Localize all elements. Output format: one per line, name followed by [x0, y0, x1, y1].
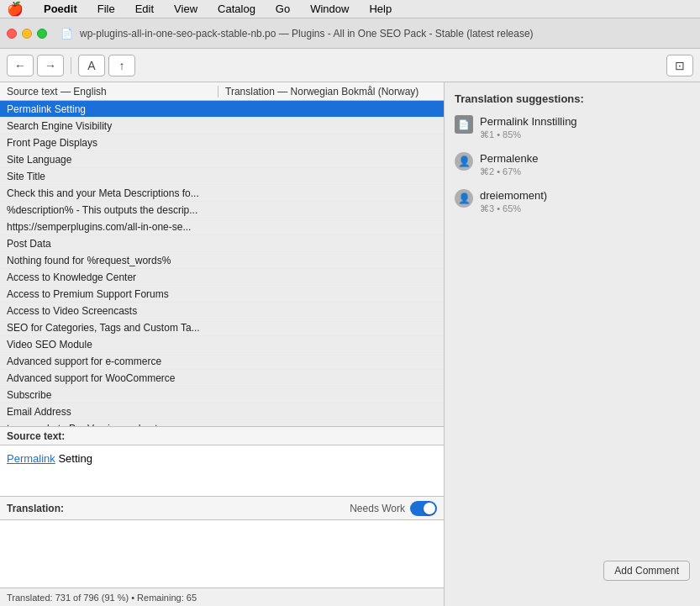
suggestion-meta: ⌘3 • 65% — [480, 203, 547, 214]
menu-edit[interactable]: Edit — [132, 3, 157, 15]
list-item[interactable]: Video SEO Module — [0, 336, 444, 353]
toolbar: ← → A ↑ ⊡ — [0, 49, 700, 82]
menu-catalog[interactable]: Catalog — [214, 3, 259, 15]
expand-icon: ⊡ — [675, 59, 685, 72]
list-item[interactable]: %description% - This outputs the descrip… — [0, 202, 444, 219]
menu-view[interactable]: View — [171, 3, 201, 15]
suggestion-item-1[interactable]: 📄Permalink Innstilling⌘1 • 85% — [455, 115, 690, 140]
source-panel: Source text: Permalink Setting — [0, 426, 444, 496]
list-item[interactable]: Subscribe — [0, 387, 444, 403]
upload-icon: ↑ — [119, 59, 125, 72]
upload-button[interactable]: ↑ — [108, 55, 135, 76]
translation-label: Translation: — [7, 503, 64, 514]
menu-go[interactable]: Go — [272, 3, 293, 15]
list-item[interactable]: https://semperplugins.com/all-in-one-se.… — [0, 219, 444, 235]
source-panel-header: Source text: — [0, 427, 444, 445]
traffic-lights — [7, 29, 47, 39]
list-item[interactable]: Email Address — [0, 403, 444, 420]
main-content: Source text — English Translation — Norw… — [0, 82, 700, 606]
list-item[interactable]: Post Data — [0, 235, 444, 252]
translation-header: Translation: Needs Work — [0, 497, 444, 520]
source-column-header: Source text — English — [0, 86, 218, 97]
suggestion-item-3[interactable]: 👤dreiemoment)⌘3 • 65% — [455, 189, 690, 214]
list-item[interactable]: Access to Video Screencasts — [0, 303, 444, 319]
titlebar: 📄 wp-plugins-all-in-one-seo-pack-stable-… — [0, 18, 700, 49]
back-button[interactable]: ← — [7, 55, 34, 76]
zoom-button[interactable] — [37, 29, 47, 39]
suggestions-title: Translation suggestions: — [455, 92, 690, 105]
list-item[interactable]: Search Engine Visibility — [0, 118, 444, 134]
forward-icon: → — [45, 59, 56, 72]
list-item[interactable]: Access to Knowledge Center — [0, 269, 444, 286]
suggestion-text: dreiemoment) — [480, 189, 547, 202]
add-comment-button[interactable]: Add Comment — [603, 561, 690, 581]
list-item[interactable]: Permalink Setting — [0, 101, 444, 118]
menu-poedit[interactable]: Poedit — [40, 3, 81, 15]
suggestion-meta: ⌘2 • 67% — [480, 166, 538, 177]
string-list[interactable]: Permalink SettingSearch Engine Visibilit… — [0, 101, 444, 426]
translation-input[interactable] — [0, 520, 444, 588]
window-title: wp-plugins-all-in-one-seo-pack-stable-nb… — [80, 28, 693, 40]
list-item[interactable]: Check this and your Meta Descriptions fo… — [0, 185, 444, 202]
list-item[interactable]: Advanced support for WooCommerce — [0, 370, 444, 387]
menu-help[interactable]: Help — [366, 3, 395, 15]
suggestion-text-block: dreiemoment)⌘3 • 65% — [480, 189, 547, 214]
source-text-content: Permalink Setting — [0, 445, 444, 496]
status-bar: Translated: 731 of 796 (91 %) • Remainin… — [0, 588, 444, 606]
source-text-suffix: Setting — [55, 452, 92, 465]
translate-button[interactable]: A — [78, 55, 105, 76]
list-item[interactable]: Site Language — [0, 151, 444, 168]
suggestion-text-block: Permalink Innstilling⌘1 • 85% — [480, 115, 577, 140]
close-button[interactable] — [7, 29, 17, 39]
minimize-button[interactable] — [22, 29, 32, 39]
suggestion-avatar: 👤 — [455, 189, 473, 208]
needs-work-label: Needs Work — [350, 503, 405, 514]
right-panel: Translation suggestions: 📄Permalink Inns… — [445, 82, 700, 606]
source-text-highlighted: Permalink — [7, 452, 55, 465]
left-panel: Source text — English Translation — Norw… — [0, 82, 445, 606]
apple-menu[interactable]: 🍎 — [7, 1, 24, 17]
suggestion-item-2[interactable]: 👤Permalenke⌘2 • 67% — [455, 152, 690, 177]
translate-icon: A — [87, 59, 95, 72]
list-item[interactable]: Nothing found for %request_words% — [0, 252, 444, 269]
string-list-wrapper: Permalink SettingSearch Engine Visibilit… — [0, 101, 444, 426]
expand-button[interactable]: ⊡ — [666, 55, 693, 76]
list-item[interactable]: Site Title — [0, 168, 444, 185]
translation-panel: Translation: Needs Work — [0, 496, 444, 588]
right-panel-wrapper: Translation suggestions: 📄Permalink Inns… — [445, 82, 700, 606]
suggestion-text-block: Permalenke⌘2 • 67% — [480, 152, 538, 177]
menu-file[interactable]: File — [94, 3, 118, 15]
translation-column-header: Translation — Norwegian Bokmål (Norway) — [218, 86, 444, 97]
file-icon: 📄 — [61, 28, 73, 40]
suggestions-container: 📄Permalink Innstilling⌘1 • 85%👤Permalenk… — [455, 115, 690, 214]
suggestion-text: Permalenke — [480, 152, 538, 165]
list-item[interactable]: Advanced support for e-commerce — [0, 353, 444, 370]
toolbar-separator-1 — [71, 57, 71, 74]
list-item[interactable]: Access to Premium Support Forums — [0, 286, 444, 303]
list-item[interactable]: Front Page Displays — [0, 134, 444, 151]
list-item[interactable]: SEO for Categories, Tags and Custom Ta..… — [0, 319, 444, 336]
suggestion-text: Permalink Innstilling — [480, 115, 577, 128]
suggestion-avatar: 👤 — [455, 152, 473, 171]
suggestion-file-icon: 📄 — [455, 115, 473, 134]
status-text: Translated: 731 of 796 (91 %) • Remainin… — [7, 593, 197, 603]
toggle-knob — [424, 503, 435, 514]
forward-button[interactable]: → — [37, 55, 64, 76]
needs-work-toggle[interactable] — [410, 501, 437, 516]
suggestion-meta: ⌘1 • 85% — [480, 129, 577, 140]
menu-window[interactable]: Window — [307, 3, 352, 15]
needs-work-area: Needs Work — [350, 501, 437, 516]
menubar: 🍎 Poedit File Edit View Catalog Go Windo… — [0, 0, 700, 18]
back-icon: ← — [14, 59, 26, 72]
column-headers: Source text — English Translation — Norw… — [0, 82, 444, 101]
list-item[interactable]: to upgrade to Pro Version and get: — [0, 420, 444, 426]
